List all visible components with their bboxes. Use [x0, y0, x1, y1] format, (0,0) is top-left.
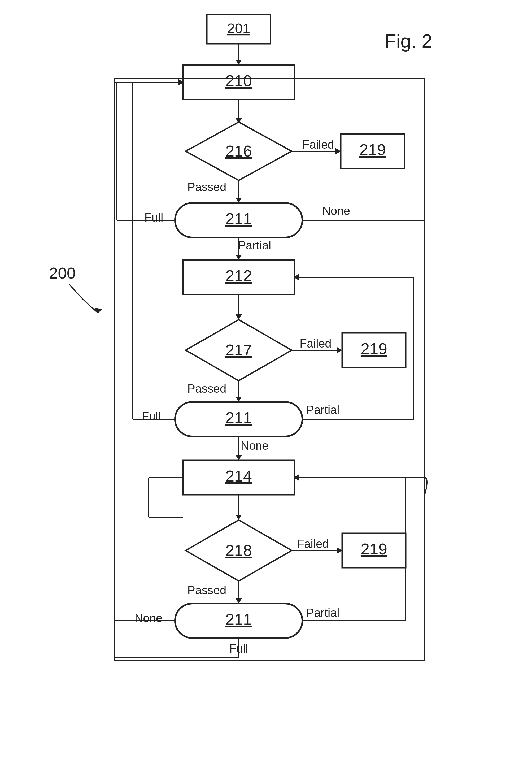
- full-label-211b: Full: [142, 410, 161, 423]
- node-219a-label: 219: [360, 141, 386, 159]
- none-label-211b: None: [241, 439, 268, 452]
- partial-label-211a: Partial: [238, 239, 271, 252]
- passed-label-217: Passed: [187, 382, 226, 395]
- partial-label-211c: Partial: [306, 606, 339, 619]
- node-219c-label: 219: [361, 540, 387, 558]
- node-201-label: 201: [227, 21, 250, 36]
- node-214-label: 214: [225, 467, 252, 485]
- none-label-211c: None: [134, 612, 162, 624]
- node-212-label: 212: [225, 267, 252, 285]
- node-219b-label: 219: [361, 340, 387, 358]
- partial-label-211b: Partial: [306, 403, 339, 416]
- svg-rect-0: [0, 0, 532, 759]
- node-217-label: 217: [225, 341, 252, 359]
- node-211b-label: 211: [225, 409, 252, 426]
- none-label-211a: None: [322, 204, 350, 217]
- figure-label: Fig. 2: [385, 30, 432, 52]
- node-216-label: 216: [225, 142, 252, 160]
- node-211a-label: 211: [225, 210, 252, 228]
- node-210-label: 210: [225, 72, 252, 90]
- failed-label-217: Failed: [300, 337, 331, 350]
- node-211c-label: 211: [225, 611, 252, 628]
- passed-label-218: Passed: [187, 584, 226, 597]
- diagram-ref-label: 200: [49, 264, 76, 282]
- full-label-211a: Full: [144, 211, 163, 224]
- passed-label-216: Passed: [187, 180, 226, 193]
- failed-label-216: Failed: [302, 138, 334, 151]
- node-218-label: 218: [225, 541, 252, 559]
- failed-label-218: Failed: [297, 537, 329, 550]
